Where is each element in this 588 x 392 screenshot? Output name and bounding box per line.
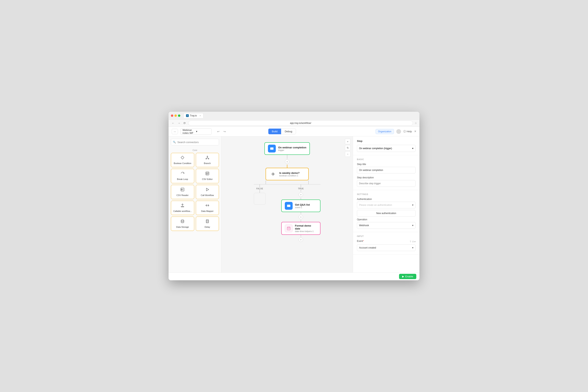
help-button[interactable]: ⓘ Help: [403, 130, 412, 133]
build-button[interactable]: Build: [268, 128, 281, 134]
trigger-node[interactable]: On webinar completion trigger: [264, 142, 310, 155]
workflow-canvas-area[interactable]: + ↻ − On webinar completion trigger: [222, 136, 353, 272]
call-workflow-icon: [205, 188, 210, 193]
datetime-node[interactable]: 17 Format demo date date-time-helpers-1: [281, 222, 320, 235]
svg-rect-10: [181, 188, 184, 191]
data-mapper-icon: [205, 203, 210, 208]
close-button[interactable]: ×: [414, 129, 416, 134]
operation-dropdown[interactable]: Webhook ▾: [357, 222, 416, 229]
fullscreen-traffic-light[interactable]: [178, 114, 180, 117]
svg-text:17: 17: [288, 228, 289, 230]
event-dropdown[interactable]: Account created ▾: [357, 244, 416, 251]
true-branch: TRUE + Get Q&A list zoom-1: [281, 184, 320, 243]
step-dropdown[interactable]: On webinar completion (trigger) ▾: [357, 145, 416, 152]
forward-button[interactable]: →: [177, 121, 181, 125]
step-desc-input[interactable]: [357, 180, 416, 187]
help-circle-icon[interactable]: ?: [410, 240, 411, 243]
connector-data-storage[interactable]: Data Storage: [171, 216, 194, 231]
true-line-top: [308, 180, 309, 184]
connector-data-mapper[interactable]: Data Mapper: [196, 201, 219, 215]
svg-point-1: [206, 158, 206, 159]
workflow-dropdown-icon: ▾: [196, 130, 210, 133]
operation-field: Operation Webhook ▾: [357, 218, 416, 229]
event-label: Event*: [357, 240, 364, 242]
zoom-node-info: Get Q&A list zoom-1: [295, 203, 310, 208]
organization-button[interactable]: Organization: [376, 129, 394, 134]
false-empty-node[interactable]: [254, 193, 266, 204]
minimize-traffic-light[interactable]: [174, 114, 177, 117]
traffic-lights: [171, 114, 180, 117]
workflow-selector[interactable]: Webinar notes WF ▾: [180, 128, 212, 135]
step-description-field: Step description: [357, 176, 416, 187]
browser-tab[interactable]: T Tray.io ×: [184, 113, 204, 118]
callable-workflow-label: Callable workflow...: [173, 210, 192, 212]
a-icon[interactable]: A ▾: [412, 240, 416, 243]
data-mapper-label: Data Mapper: [201, 210, 214, 212]
undo-button[interactable]: ↩: [216, 129, 221, 134]
add-step-after-datetime[interactable]: +: [299, 238, 303, 242]
svg-rect-16: [181, 206, 184, 207]
auth-label: Authentication: [357, 198, 416, 200]
tab-close-button[interactable]: ×: [200, 114, 201, 117]
close-traffic-light[interactable]: [171, 114, 173, 117]
datetime-node-info: Format demo date date-time-helpers-1: [295, 224, 317, 232]
url-input[interactable]: [188, 120, 413, 126]
connector-break-loop[interactable]: Break Loop: [171, 169, 194, 183]
help-label: Help: [407, 130, 412, 133]
search-icon: 🔍: [173, 141, 176, 144]
connector-call-workflow[interactable]: Call Workflow: [196, 185, 219, 199]
toolbar: ··· Webinar notes WF ▾ ↩ ↪ Build Debug O…: [168, 126, 420, 136]
connector-boolean-condition[interactable]: Boolean Condition: [171, 153, 194, 167]
menu-dots-button[interactable]: ···: [172, 129, 178, 134]
add-step-after-zoom[interactable]: +: [299, 215, 303, 219]
orange-line-1: [287, 165, 287, 168]
refresh-button[interactable]: ⟳: [183, 121, 186, 125]
tab-title: Tray.io: [190, 114, 197, 117]
connector-csv-reader[interactable]: CSV Reader: [171, 185, 194, 199]
zoom-out-button[interactable]: −: [345, 151, 350, 157]
add-step-true-button[interactable]: +: [299, 192, 303, 197]
after-zoom-line: [301, 212, 301, 214]
connector-delay[interactable]: Delay: [196, 216, 219, 231]
back-button[interactable]: ←: [171, 121, 175, 125]
zoom-title: Get Q&A list: [295, 203, 310, 206]
settings-header: SETTINGS: [357, 193, 416, 196]
condition-title: Is weekly demo?: [279, 172, 300, 174]
zoom-node[interactable]: Get Q&A list zoom-1: [281, 200, 320, 212]
settings-section: SETTINGS Authentication Please create an…: [353, 190, 420, 232]
trigger-title: On webinar completion: [278, 146, 306, 149]
svg-point-13: [181, 189, 182, 189]
main-content: 🔍 Core Boolean Condition Branch: [168, 136, 420, 272]
csv-reader-icon: [180, 188, 185, 193]
auth-dropdown[interactable]: Please create an authentication ▾: [357, 202, 416, 208]
user-avatar: [396, 129, 401, 134]
add-step-button-1[interactable]: +: [285, 160, 289, 164]
connector-callable-workflow[interactable]: Callable workflow...: [171, 201, 194, 215]
step-dropdown-value: On webinar completion (trigger): [359, 147, 392, 150]
build-debug-toggle: Build Debug: [268, 128, 296, 134]
redo-button[interactable]: ↪: [222, 129, 227, 134]
connector-branch[interactable]: Branch: [196, 153, 219, 167]
branch-lines-top: [254, 180, 320, 184]
datetime-sub: date-time-helpers-1: [295, 230, 317, 232]
bookmark-button[interactable]: ☆: [414, 122, 417, 125]
svg-line-5: [207, 158, 208, 158]
refresh-canvas-button[interactable]: ↻: [345, 145, 350, 150]
new-auth-button[interactable]: New authentication: [357, 210, 416, 216]
trigger-zoom-icon: [268, 145, 276, 152]
connector-csv-editor[interactable]: CSV Editor: [196, 169, 219, 183]
zoom-in-button[interactable]: +: [345, 139, 350, 144]
canvas-controls: + ↻ −: [345, 139, 350, 157]
step-title-input[interactable]: [357, 167, 416, 174]
play-icon: ▶: [402, 275, 404, 278]
toolbar-right: Organization ⓘ Help ×: [376, 129, 416, 134]
condition-node[interactable]: Is weekly demo? boolean-condition-1: [266, 168, 309, 180]
basic-section: BASIC Step title Step description: [353, 155, 420, 190]
auth-chevron: ▾: [412, 204, 413, 206]
operation-chevron: ▾: [412, 224, 413, 227]
csv-editor-label: CSV Editor: [202, 178, 213, 180]
bottom-bar: ▶ Enable: [168, 272, 420, 280]
search-input[interactable]: [171, 139, 219, 146]
debug-button[interactable]: Debug: [281, 128, 296, 134]
enable-button[interactable]: ▶ Enable: [399, 274, 416, 279]
